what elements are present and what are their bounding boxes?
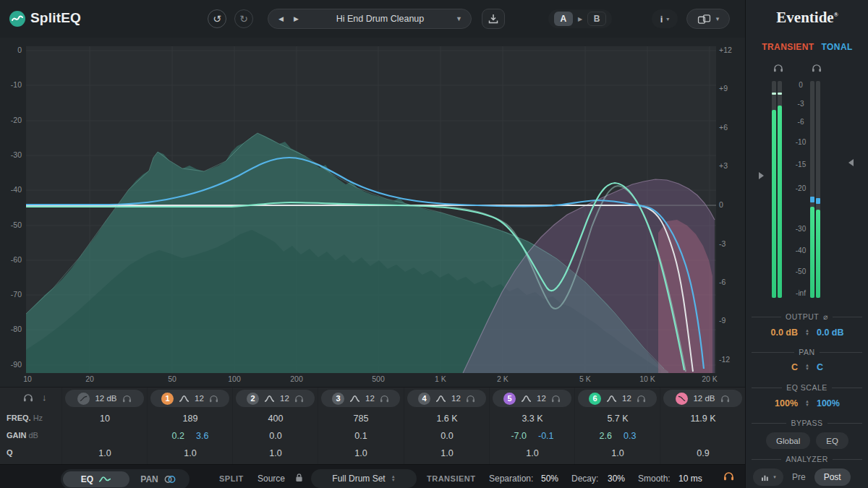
preset-name[interactable]: Hi End Drum Cleanup (305, 14, 456, 24)
transient-trim-handle[interactable] (759, 172, 764, 179)
transient-meter-fill (778, 106, 782, 298)
analyzer-mode-button[interactable]: ▾ (753, 468, 783, 486)
band-5-q[interactable]: 1.0 (490, 446, 575, 461)
band-4-slope[interactable]: 12 (451, 394, 461, 403)
band-1-freq[interactable]: 189 (148, 411, 233, 426)
band-2-freq[interactable]: 400 (233, 411, 318, 426)
tonal-trim-handle[interactable] (848, 159, 854, 166)
band-5-column: 5 12 3.3 K -7.0-0.1 1.0 (489, 388, 574, 465)
eq-plot-canvas[interactable] (0, 38, 745, 387)
source-select[interactable]: Full Drum Set ▲▼ (311, 469, 417, 488)
eq-view-button[interactable]: EQ (63, 471, 129, 487)
pan-view-button[interactable]: PAN (129, 471, 187, 487)
output-transient-value[interactable]: 0.0 dB (771, 328, 799, 338)
ab-copy-icon[interactable]: ▶ (578, 16, 582, 22)
headphone-icon[interactable] (380, 395, 389, 403)
preset-next-button[interactable]: ▶ (294, 15, 299, 22)
preset-dropdown-icon[interactable]: ▼ (456, 15, 471, 22)
info-button[interactable]: i ▾ (652, 9, 678, 28)
ab-a-button[interactable]: A (554, 12, 573, 26)
band-5-slope[interactable]: 12 (537, 394, 546, 403)
tonal-meter-headphone-icon[interactable] (812, 64, 822, 72)
band-6-q[interactable]: 1.0 (575, 446, 660, 461)
headphone-icon[interactable] (466, 395, 475, 403)
band-2-header[interactable]: 2 12 (236, 390, 315, 407)
band-3-slope[interactable]: 12 (365, 394, 375, 403)
freq-axis-label: 10 (9, 374, 46, 383)
transient-meter-headphone-icon[interactable] (773, 64, 783, 72)
band-lp-freq[interactable]: 11.9 K (660, 411, 746, 426)
band-4-gain[interactable]: 0.0 (404, 429, 490, 443)
headphone-icon[interactable] (122, 395, 132, 403)
band-5-gain[interactable]: -7.0-0.1 (490, 429, 575, 443)
band-6-slope[interactable]: 12 (622, 394, 631, 403)
band-lp-header[interactable]: 12 dB (663, 390, 742, 407)
band-6-freq[interactable]: 5.7 K (575, 411, 660, 426)
headphone-icon[interactable] (551, 395, 561, 403)
undo-button[interactable]: ↺ (208, 9, 226, 28)
peak-filter-icon (264, 395, 275, 403)
band-3-freq[interactable]: 785 (318, 411, 404, 426)
separation-value[interactable]: 50% (541, 474, 558, 484)
preset-selector[interactable]: ◀ ▶ Hi End Drum Cleanup ▼ (268, 9, 472, 29)
band-3-gain[interactable]: 0.1 (318, 429, 404, 443)
band-5-freq[interactable]: 3.3 K (490, 411, 575, 426)
settings-compare-button[interactable]: ▾ (686, 9, 730, 29)
band-2-slope[interactable]: 12 (280, 394, 289, 403)
redo-button[interactable]: ↻ (234, 9, 253, 28)
main-panel: SplitEQ ↺ ↻ ◀ ▶ Hi End Drum Cleanup ▼ A … (0, 0, 745, 488)
band-4-q[interactable]: 1.0 (404, 446, 490, 461)
band-1-header[interactable]: 1 12 (150, 390, 229, 407)
transient-audition-headphone-icon[interactable] (723, 471, 734, 481)
pan-tonal-value[interactable]: C (817, 362, 823, 372)
band-hp-q[interactable]: 1.0 (62, 446, 148, 461)
headphone-icon[interactable] (294, 395, 304, 403)
eq-scale-stepper[interactable]: ▲▼ (805, 400, 809, 407)
band-4-freq[interactable]: 1.6 K (404, 411, 490, 426)
band-6-header[interactable]: 6 12 (578, 390, 657, 407)
band-hp-header[interactable]: 12 dB (65, 390, 144, 407)
y-axis-label: -70 (1, 290, 22, 299)
eq-scale-tonal-value[interactable]: 100% (817, 398, 840, 408)
output-stepper[interactable]: ▲▼ (805, 329, 809, 336)
output-tonal-value[interactable]: 0.0 dB (817, 328, 844, 338)
gain-axis-label: -3 (719, 239, 744, 248)
transient-label[interactable]: TRANSIENT (762, 42, 814, 52)
source-spinner[interactable]: ▲▼ (391, 475, 396, 482)
band-hp-freq[interactable]: 10 (62, 411, 148, 426)
band-5-header[interactable]: 5 12 (493, 390, 571, 407)
band-hp-slope[interactable]: 12 dB (95, 394, 116, 403)
ab-b-button[interactable]: B (587, 12, 606, 26)
column-down-arrow-icon[interactable]: ↓ (42, 392, 47, 403)
band-1-slope[interactable]: 12 (195, 394, 204, 403)
headphone-icon[interactable] (209, 395, 218, 403)
band-3-q[interactable]: 1.0 (318, 446, 404, 461)
y-axis-label: -40 (1, 185, 22, 194)
headphone-icon[interactable] (637, 395, 646, 403)
band-2-gain[interactable]: 0.0 (233, 429, 318, 443)
smooth-value[interactable]: 10 ms (678, 474, 702, 484)
analyzer-post-button[interactable]: Post (814, 468, 851, 486)
pan-transient-value[interactable]: C (791, 362, 798, 372)
band-lp-slope[interactable]: 12 dB (693, 394, 715, 403)
pan-stepper[interactable]: ▲▼ (805, 364, 809, 371)
band-2-q[interactable]: 1.0 (233, 446, 318, 461)
band-6-gain[interactable]: 2.60.3 (575, 429, 660, 443)
bypass-eq-button[interactable]: EQ (816, 432, 848, 449)
tonal-label[interactable]: TONAL (822, 42, 853, 52)
lock-icon[interactable] (295, 473, 303, 482)
band-3-header[interactable]: 3 12 (321, 390, 400, 407)
band-lp-q[interactable]: 0.9 (660, 446, 746, 461)
band-4-header[interactable]: 4 12 (407, 390, 486, 407)
preset-save-button[interactable] (482, 9, 505, 29)
band-1-gain[interactable]: 0.23.6 (148, 429, 233, 443)
settings-caret-icon[interactable]: ▾ (716, 15, 720, 22)
eq-scale-transient-value[interactable]: 100% (775, 398, 798, 408)
preset-prev-button[interactable]: ◀ (278, 15, 284, 22)
analyzer-pre-button[interactable]: Pre (792, 472, 806, 482)
headphone-icon[interactable] (720, 395, 730, 403)
bypass-global-button[interactable]: Global (766, 432, 810, 449)
solo-column-headphone-icon[interactable] (23, 393, 33, 402)
decay-value[interactable]: 30% (608, 474, 625, 484)
band-1-q[interactable]: 1.0 (148, 446, 233, 461)
